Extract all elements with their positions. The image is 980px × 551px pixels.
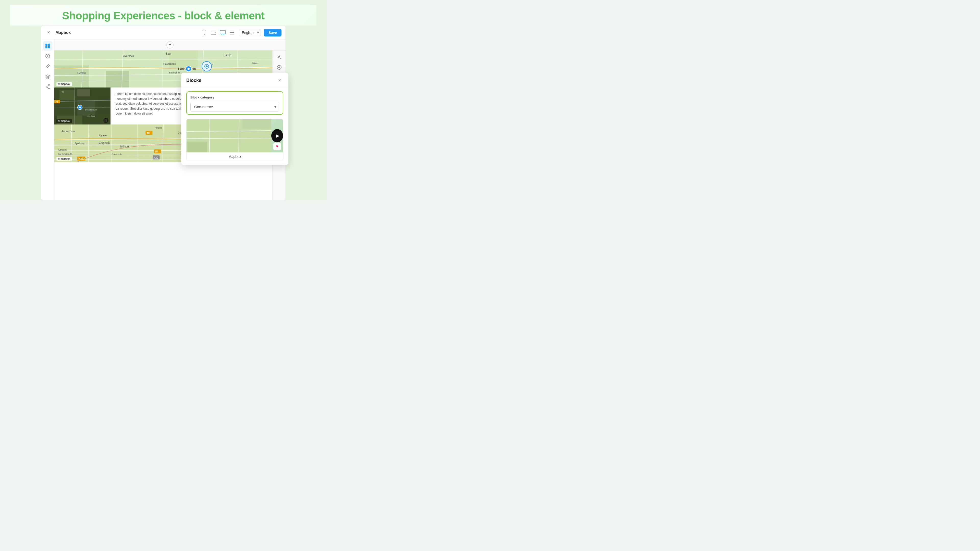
blocks-panel-body: Block category Commerce Hero Features Pr… — [181, 87, 288, 165]
category-select[interactable]: Commerce Hero Features Pricing Contact G… — [190, 102, 279, 112]
language-select[interactable]: English — [239, 29, 261, 36]
svg-text:Münster: Münster — [120, 145, 130, 148]
svg-text:Enschede: Enschede — [99, 141, 110, 144]
blocks-add-circle[interactable] — [202, 61, 212, 71]
mapbox-logo-top: © mapbox — [56, 82, 72, 86]
mapbox-block-card[interactable]: ♥ Mapbox — [186, 119, 283, 161]
svg-rect-8 — [230, 30, 234, 32]
map-satellite-block: 70 Schöppingen Horstmar 70 © mapbox ℹ — [54, 87, 110, 124]
svg-rect-140 — [186, 141, 207, 152]
svg-rect-53 — [54, 103, 75, 116]
svg-text:430: 430 — [154, 156, 158, 159]
svg-point-3 — [215, 32, 216, 33]
blocks-panel-close-button[interactable]: × — [276, 77, 283, 84]
svg-text:Utrecht: Utrecht — [59, 148, 67, 151]
block-category-section: Block category Commerce Hero Features Pr… — [186, 91, 283, 115]
svg-text:Dumte: Dumte — [224, 54, 231, 57]
svg-point-19 — [46, 86, 47, 87]
svg-text:Averbeck: Averbeck — [123, 55, 134, 57]
svg-point-61 — [79, 106, 81, 108]
svg-text:Schöppingen: Schöppingen — [85, 109, 97, 111]
map-satellite-placeholder: 70 Schöppingen Horstmar 70 © mapbox ℹ — [54, 87, 110, 124]
mobile-device-button[interactable] — [200, 29, 208, 37]
info-icon-satellite: ℹ — [103, 118, 108, 123]
svg-rect-11 — [45, 44, 48, 46]
block-card-play-icon — [271, 129, 283, 142]
svg-text:Almelo: Almelo — [99, 134, 107, 137]
language-selector-wrapper[interactable]: English — [239, 29, 261, 36]
svg-rect-55 — [98, 95, 110, 116]
close-button[interactable]: × — [45, 29, 52, 36]
svg-rect-14 — [48, 46, 50, 48]
sidebar-add-icon[interactable] — [43, 52, 52, 61]
svg-text:N323: N323 — [78, 157, 85, 160]
page-title: Shopping Experiences - block & element — [21, 10, 306, 22]
save-button[interactable]: Save — [264, 29, 282, 37]
svg-text:48: 48 — [147, 132, 150, 135]
sidebar-share-icon[interactable] — [43, 82, 52, 91]
svg-text:Amsterdam: Amsterdam — [62, 130, 75, 133]
editor-toolbar: + — [54, 39, 286, 51]
list-device-button[interactable] — [228, 29, 236, 37]
svg-line-21 — [47, 85, 48, 86]
svg-rect-10 — [230, 34, 234, 35]
app-title: Mapbox — [56, 30, 197, 35]
device-icons — [200, 29, 236, 37]
svg-rect-52 — [77, 89, 90, 97]
svg-text:Leer: Leer — [166, 52, 172, 55]
settings-panel-icon[interactable] — [275, 52, 284, 62]
block-card-heart-button[interactable]: ♥ — [273, 143, 281, 150]
svg-text:Rheine: Rheine — [155, 127, 162, 129]
svg-rect-9 — [230, 32, 234, 33]
svg-text:Gemen: Gemen — [77, 72, 86, 75]
svg-point-20 — [48, 88, 49, 89]
sidebar-edit-icon[interactable] — [43, 62, 52, 71]
svg-rect-4 — [220, 30, 226, 34]
block-card-name: Mapbox — [186, 152, 283, 161]
svg-text:70: 70 — [62, 91, 64, 93]
blocks-panel-header: Blocks × — [181, 73, 288, 87]
blocks-panel: Blocks × Block category Commerce Hero Fe… — [181, 73, 288, 165]
category-select-wrapper[interactable]: Commerce Hero Features Pricing Contact G… — [190, 102, 279, 112]
svg-point-1 — [204, 34, 205, 35]
blocks-panel-title: Blocks — [186, 78, 201, 83]
svg-text:Netherlands: Netherlands — [59, 153, 73, 156]
svg-text:Gütersloh: Gütersloh — [112, 153, 122, 156]
add-block-button[interactable]: + — [166, 41, 173, 48]
sidebar-layers-icon[interactable] — [43, 72, 52, 81]
sidebar-layout-icon[interactable] — [43, 41, 52, 51]
block-category-label: Block category — [190, 95, 279, 99]
svg-text:Ebbinghoff: Ebbinghoff — [169, 71, 180, 74]
svg-point-122 — [278, 56, 280, 58]
svg-rect-13 — [45, 46, 48, 48]
svg-text:Horstmar: Horstmar — [88, 115, 95, 117]
page-header: Shopping Experiences - block & element — [10, 5, 317, 26]
add-panel-icon[interactable] — [275, 63, 284, 72]
svg-text:Apeldoorn: Apeldoorn — [75, 142, 86, 145]
svg-point-48 — [187, 68, 189, 70]
svg-text:54: 54 — [156, 150, 159, 153]
desktop-device-button[interactable] — [219, 29, 227, 37]
svg-rect-12 — [48, 44, 50, 46]
svg-point-18 — [48, 84, 49, 86]
block-card-thumbnail: ♥ — [186, 119, 283, 152]
svg-rect-141 — [242, 119, 272, 128]
mapbox-logo-bottom: © mapbox — [56, 157, 72, 161]
left-sidebar — [41, 39, 54, 200]
svg-text:Wilms: Wilms — [252, 62, 259, 65]
tablet-device-button[interactable] — [210, 29, 218, 37]
mapbox-logo-satellite: © mapbox — [56, 119, 72, 123]
svg-rect-25 — [106, 71, 129, 87]
svg-text:Haverbeck: Haverbeck — [163, 62, 176, 65]
svg-text:70: 70 — [56, 100, 58, 103]
svg-rect-51 — [59, 90, 75, 100]
svg-line-22 — [47, 87, 48, 88]
top-bar: × Mapbox — [41, 26, 286, 39]
